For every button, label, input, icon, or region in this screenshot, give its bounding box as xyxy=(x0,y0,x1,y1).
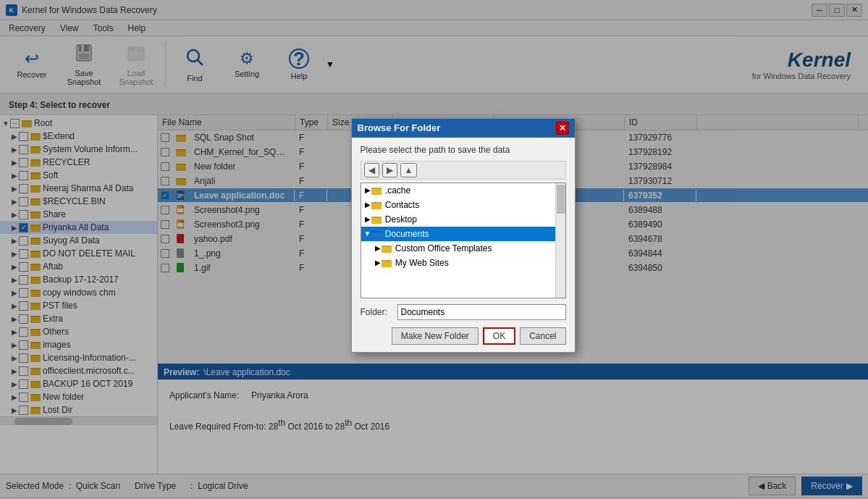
svg-rect-109 xyxy=(372,217,376,218)
modal-overlay: Browse For Folder ✕ Please select the pa… xyxy=(0,0,868,499)
modal-title: Browse For Folder xyxy=(358,122,441,133)
modal-folder-item-documents[interactable]: ▼ Documents xyxy=(361,227,565,241)
folder-label: .cache xyxy=(383,185,411,196)
make-new-folder-button[interactable]: Make New Folder xyxy=(392,327,479,345)
modal-expand[interactable]: ▶ xyxy=(374,244,382,252)
modal-body: Please select the path to save the data … xyxy=(352,138,575,352)
modal-folder-item[interactable]: ▶ Custom Office Templates xyxy=(361,241,565,256)
modal-expand[interactable]: ▶ xyxy=(364,201,371,209)
svg-rect-118 xyxy=(382,260,386,261)
modal-folder-item[interactable]: ▶ My Web Sites xyxy=(361,256,565,270)
svg-rect-117 xyxy=(382,261,392,267)
folder-label-text: Folder: xyxy=(361,307,393,317)
modal-buttons: Make New Folder OK Cancel xyxy=(361,324,566,345)
modal-expand[interactable]: ▼ xyxy=(364,230,371,238)
modal-nav-forward[interactable]: ▶ xyxy=(382,163,397,177)
modal-folder-item[interactable]: ▶ .cache xyxy=(361,183,565,198)
modal-bottom: Folder: Make New Folder OK Cancel xyxy=(361,304,566,345)
svg-rect-115 xyxy=(382,246,386,247)
folder-label: Contacts xyxy=(383,200,420,210)
modal-nav-up[interactable]: ▲ xyxy=(400,163,418,177)
svg-rect-105 xyxy=(371,204,382,209)
modal-expand[interactable]: ▶ xyxy=(364,215,371,223)
svg-rect-103 xyxy=(372,188,376,189)
svg-rect-102 xyxy=(371,189,382,195)
svg-rect-111 xyxy=(371,232,382,238)
modal-expand[interactable]: ▶ xyxy=(364,186,371,194)
svg-rect-114 xyxy=(382,247,392,253)
svg-rect-112 xyxy=(372,231,376,232)
folder-input[interactable] xyxy=(397,304,566,320)
ok-button[interactable]: OK xyxy=(483,327,515,345)
scrollbar-thumb[interactable] xyxy=(557,185,565,214)
modal-nav-back[interactable]: ◀ xyxy=(364,163,379,177)
modal-folder-item[interactable]: ▶ Contacts xyxy=(361,198,565,212)
modal-expand[interactable]: ▶ xyxy=(374,259,382,267)
modal-folder-item[interactable]: ▶ Desktop xyxy=(361,212,565,227)
svg-rect-106 xyxy=(372,202,376,204)
folder-label-documents: Documents xyxy=(383,229,429,239)
folder-label: Custom Office Templates xyxy=(393,243,492,253)
browse-folder-modal: Browse For Folder ✕ Please select the pa… xyxy=(351,118,576,353)
modal-tree-area: ▶ .cache ▶ Contacts ▶ Desktop xyxy=(361,183,566,298)
folder-label: My Web Sites xyxy=(393,258,449,268)
folder-label: Desktop xyxy=(383,214,417,225)
modal-title-bar: Browse For Folder ✕ xyxy=(352,119,575,138)
modal-close-button[interactable]: ✕ xyxy=(556,122,569,135)
modal-vscrollbar[interactable] xyxy=(555,183,565,298)
modal-folder-input-row: Folder: xyxy=(361,304,566,320)
svg-rect-108 xyxy=(371,218,382,224)
modal-instruction: Please select the path to save the data xyxy=(361,145,566,155)
modal-nav-area: ◀ ▶ ▲ xyxy=(361,161,566,180)
cancel-button[interactable]: Cancel xyxy=(520,327,565,345)
